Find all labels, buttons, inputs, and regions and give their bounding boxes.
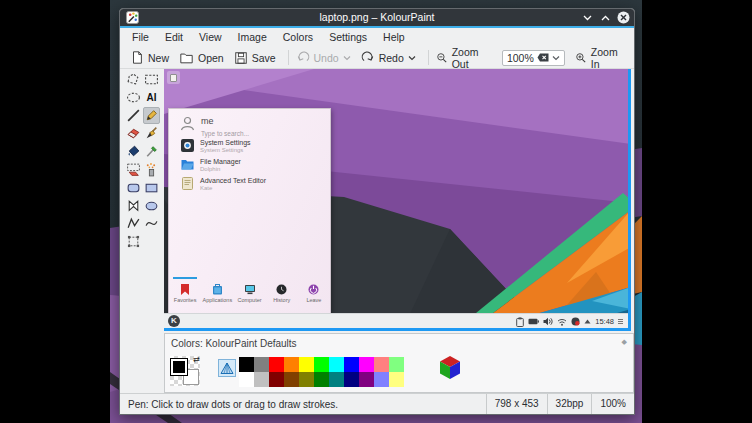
redo-icon: [361, 51, 375, 65]
palette-swatch-#000080[interactable]: [344, 372, 359, 387]
menu-help[interactable]: Help: [375, 28, 413, 47]
tray-expand-caret-icon: [584, 319, 591, 324]
combobox-chevron-down-icon[interactable]: [552, 55, 560, 61]
maximize-icon[interactable]: [599, 11, 612, 24]
status-zoom: 100%: [591, 394, 634, 414]
undo-dropdown-icon[interactable]: [343, 55, 351, 61]
tool-color-picker[interactable]: [143, 143, 160, 160]
panel-handle-icon: [618, 319, 623, 324]
open-label: Open: [198, 52, 224, 64]
redo-dropdown-icon[interactable]: [408, 55, 416, 61]
save-label: Save: [252, 52, 276, 64]
palette-swatch-#008080[interactable]: [329, 372, 344, 387]
palette-swatch-#ffff00[interactable]: [299, 357, 314, 372]
user-avatar-icon: [179, 115, 196, 132]
palette-swatch-#000000[interactable]: [239, 357, 254, 372]
tool-rounded-rectangle[interactable]: [125, 179, 142, 196]
tool-color-eraser[interactable]: [125, 161, 142, 178]
tool-rectangle[interactable]: [143, 179, 160, 196]
redo-label: Redo: [379, 52, 404, 64]
palette-swatch-#ffffff[interactable]: [239, 372, 254, 387]
zoom-level-combobox[interactable]: 100%: [502, 50, 565, 66]
status-color-depth: 32bpp: [547, 394, 592, 414]
redo-button[interactable]: Redo: [361, 51, 404, 65]
zoom-in-button[interactable]: Zoom In: [575, 46, 624, 70]
minimize-icon[interactable]: [581, 11, 594, 24]
tool-polygon[interactable]: [125, 197, 142, 214]
palette-swatch-#ff0000[interactable]: [269, 357, 284, 372]
screen: laptop.png – KolourPaint: [0, 0, 752, 423]
search-placeholder: Type to search...: [201, 130, 249, 137]
palette-swatch-#808080[interactable]: [254, 357, 269, 372]
undo-button[interactable]: Undo: [296, 51, 339, 65]
undo-label: Undo: [314, 52, 339, 64]
tool-curve[interactable]: [143, 215, 160, 232]
color-similarity-cube[interactable]: [438, 355, 462, 380]
clear-text-icon[interactable]: [537, 53, 549, 62]
palette-swatch-#ff00ff[interactable]: [359, 357, 374, 372]
swap-colors-icon[interactable]: ⇄: [193, 355, 200, 364]
menu-view[interactable]: View: [191, 28, 230, 47]
tool-flood-fill[interactable]: [125, 143, 142, 160]
save-disk-icon: [234, 51, 248, 65]
tool-selection-elliptical[interactable]: [125, 89, 142, 106]
palette-swatch-#c0c0c0[interactable]: [254, 372, 269, 387]
system-tray: 15:48: [516, 314, 623, 329]
palette-swatch-#ffff80[interactable]: [389, 372, 404, 387]
color-similarity-button[interactable]: [218, 359, 236, 377]
titlebar[interactable]: laptop.png – KolourPaint: [120, 9, 634, 26]
new-document-icon: [130, 50, 144, 65]
tool-connected-lines[interactable]: [125, 215, 142, 232]
menu-file[interactable]: File: [124, 28, 157, 47]
tool-pen[interactable]: [143, 107, 160, 124]
palette-swatch-#008000[interactable]: [314, 372, 329, 387]
dock-collapse-icon[interactable]: ◆: [622, 338, 627, 346]
menubar: File Edit View Image Colors Settings Hel…: [120, 28, 634, 47]
tool-line[interactable]: [125, 107, 142, 124]
tool-zoom[interactable]: [125, 233, 142, 250]
foreground-color-swatch[interactable]: [170, 358, 188, 376]
leave-power-icon: [308, 284, 319, 295]
kickoff-tab-applications: Applications: [201, 279, 233, 313]
zoom-out-button[interactable]: Zoom Out: [436, 46, 492, 70]
palette-swatch-#800080[interactable]: [359, 372, 374, 387]
canvas[interactable]: me Type to search... System Settings Sys…: [164, 69, 631, 331]
colors-dock-title: Colors: KolourPaint Defaults: [171, 338, 297, 349]
foreground-background-swatch[interactable]: ⇄: [170, 356, 200, 386]
tool-selection-free-form[interactable]: [125, 71, 142, 88]
palette-swatch-#8080ff[interactable]: [374, 372, 389, 387]
kickoff-item-file-manager: File Manager Dolphin: [181, 158, 241, 173]
close-icon[interactable]: [617, 11, 630, 24]
image-taskbar: K: [164, 313, 631, 328]
palette-swatch-#80ff80[interactable]: [389, 357, 404, 372]
toolbar-separator: [288, 50, 289, 65]
palette-swatch-#00ff00[interactable]: [314, 357, 329, 372]
zoom-in-icon: [575, 51, 587, 65]
wifi-icon: [557, 318, 567, 326]
tool-ellipse[interactable]: [143, 197, 160, 214]
tool-spraycan[interactable]: [143, 161, 160, 178]
tool-text[interactable]: AI: [143, 89, 160, 106]
palette-swatch-#804000[interactable]: [284, 372, 299, 387]
palette-swatch-#808000[interactable]: [299, 372, 314, 387]
menu-colors[interactable]: Colors: [275, 28, 321, 47]
palette-swatch-#0000ff[interactable]: [344, 357, 359, 372]
tool-selection-rectangular[interactable]: [143, 71, 160, 88]
tool-eraser[interactable]: [125, 125, 142, 142]
menu-edit[interactable]: Edit: [157, 28, 191, 47]
text-editor-icon: [181, 177, 194, 190]
tool-brush[interactable]: [143, 125, 160, 142]
image-edge-highlight-right: [628, 69, 631, 331]
menu-settings[interactable]: Settings: [321, 28, 375, 47]
save-button[interactable]: Save: [234, 51, 276, 65]
zoom-level-value: 100%: [507, 52, 534, 64]
new-button[interactable]: New: [130, 50, 169, 65]
menu-image[interactable]: Image: [230, 28, 275, 47]
palette-swatch-#00ffff[interactable]: [329, 357, 344, 372]
palette-swatch-#800000[interactable]: [269, 372, 284, 387]
palette-swatch-#ff8000[interactable]: [284, 357, 299, 372]
palette-swatch-#ff8080[interactable]: [374, 357, 389, 372]
open-button[interactable]: Open: [179, 51, 224, 65]
zoom-out-icon: [436, 51, 448, 65]
battery-icon: [528, 318, 539, 325]
